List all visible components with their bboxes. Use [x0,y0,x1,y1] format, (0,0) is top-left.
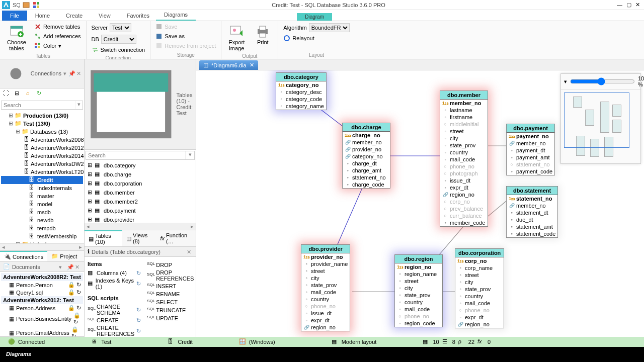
tab-views[interactable]: ◫Views (8) [122,230,156,246]
color-icon[interactable] [32,1,40,9]
sql-script-item[interactable]: SQLTRUNCATE [147,306,194,314]
entity-column[interactable]: ▫payment_amt [507,154,554,161]
entity-column[interactable]: 🔗category_no [343,153,390,160]
maximize-button[interactable]: ▢ [626,2,631,8]
entity-column[interactable]: ▫state_prov [395,292,442,299]
tables-list[interactable]: ⊞▦dbo.category⊞▦dbo.charge⊞▦dbo.corporat… [85,161,196,223]
entity-column[interactable]: ▫street [440,128,488,135]
diagram-canvas[interactable]: ▾ 100 % dbo.category1₂₃category_no▫categ… [196,70,644,340]
table-row[interactable]: ⊞▦dbo.member2 [85,197,196,206]
entity-column[interactable]: ○corp_no [440,198,488,205]
table-row[interactable]: ⊞▦dbo.charge [85,170,196,179]
tab-create[interactable]: Create [58,11,91,21]
entity-column[interactable]: ▫member_code [440,219,488,226]
connections-search-input[interactable] [2,101,75,109]
sql-script-item[interactable]: SQLDROP [147,261,194,269]
pin-icon[interactable]: 📌 [68,70,74,76]
entity-column[interactable]: ▫corp_name [455,264,504,272]
doc-item[interactable]: ▦Query1.sql🔒 ↻ [1,289,83,296]
tree-node[interactable]: 🗄AdventureWorks2008R2 [1,136,83,144]
tree-node[interactable]: 🗄msdb [1,208,83,216]
entity-column[interactable]: 1₂₃provider_no [301,253,350,260]
entity-column[interactable]: ▫due_dt [507,216,557,223]
tab-view[interactable]: View [91,11,119,21]
connections-hscroll[interactable]: ◂▸ [0,243,84,250]
close-icon[interactable]: ✕ [187,249,193,255]
entity-column[interactable]: ▫mail_code [455,300,504,307]
close-tab-icon[interactable]: ✕ [250,62,254,68]
entity-column[interactable]: ▫statement_dt [507,209,557,216]
entity-column[interactable]: 1₂₃member_no [440,100,488,107]
entity-column[interactable]: ▫region_code [395,320,442,327]
sql-script-item[interactable]: SQLUPDATE [147,314,194,322]
tab-diagrams[interactable]: Diagrams [156,10,196,21]
relayout-button[interactable]: Relayout [281,34,351,43]
entity-header[interactable]: dbo.member [440,91,488,100]
entity-column[interactable]: ▫street [455,272,504,279]
db-select[interactable]: Credit [101,35,136,44]
entity-header[interactable]: dbo.charge [343,123,390,132]
table-row[interactable]: ⊞▦dbo.provider [85,215,196,223]
sql-script-item[interactable]: SQLRENAME [147,290,194,298]
entity-column[interactable]: ▫country [440,149,488,156]
entity-header[interactable]: dbo.corporation [455,249,504,257]
entity-column[interactable]: 🔗provider_no [343,146,390,153]
entity-column[interactable]: ▫payment_dt [507,147,554,154]
tree-node[interactable]: 🗄Credit [1,176,83,184]
zoom-slider[interactable] [570,77,635,85]
entity-column[interactable]: ○photograph [440,170,488,177]
connections-tree[interactable]: ⊞📁Production (13/0)⊞📁Test (13/0)⊞📁Databa… [0,111,84,243]
export-image-button[interactable]: Export image [224,22,249,52]
entity-column[interactable]: ▫charge_dt [343,160,390,167]
save-button[interactable]: Save [153,22,218,31]
table-row[interactable]: ⊞▦dbo.member [85,188,196,197]
table-row[interactable]: ⊞▦dbo.category [85,161,196,170]
tree-node[interactable]: 🗄tempdb [1,224,83,232]
minimap-view[interactable] [561,89,640,164]
entity-column[interactable]: ○statement_no [507,161,554,168]
tree-node[interactable]: 🗄AdventureWorks2012 [1,144,83,152]
entity-corporation[interactable]: dbo.corporation1₂₃corp_no▫corp_name▫stre… [455,248,504,328]
entity-column[interactable]: ○phone_no [301,303,350,310]
entity-region[interactable]: dbo.region1₂₃region_no▫region_name▫stree… [394,254,443,327]
entity-column[interactable]: ○phone_no [455,307,504,314]
sql-script-item[interactable]: SQLCREATE REFERENCES↻ [88,324,141,337]
close-icon[interactable]: ✕ [76,70,81,76]
entity-header[interactable]: dbo.statement [507,187,557,195]
details-item[interactable]: ▦Columns (4)↻ [88,269,141,277]
doc-item[interactable]: ▦Person.Person🔒 ↻ [1,281,83,289]
sql-script-item[interactable]: SQLSELECT [147,298,194,306]
tab-connections[interactable]: 🔌Connections [0,251,47,261]
tree-node[interactable]: ⊞📁Databases (13) [1,128,83,136]
entity-header[interactable]: dbo.provider [301,245,350,253]
entity-column[interactable]: ▫statement_amt [507,223,557,230]
entity-column[interactable]: ○phone_no [440,163,488,170]
entity-column[interactable]: 1₂₃category_no [276,81,326,88]
sql-icon[interactable]: SQL [12,1,20,9]
entity-column[interactable]: ▫country [455,293,504,300]
entity-statement[interactable]: dbo.statement1₂₃statement_no🔗member_no▫s… [506,186,558,238]
entity-column[interactable]: ▫statement_code [507,230,557,237]
entity-column[interactable]: ▫mail_code [395,306,442,313]
expand-icon[interactable]: ⛶ [1,89,10,99]
close-icon[interactable]: ✕ [75,264,81,270]
tree-node[interactable]: 🗄AdventureWorksDW2012 [1,160,83,168]
entity-column[interactable]: 🔗member_no [343,139,390,146]
entity-column[interactable]: ▫issue_dt [301,310,350,317]
tab-functions[interactable]: fxFunction (… [156,230,196,246]
entity-column[interactable]: ▫expr_dt [440,184,488,191]
entity-column[interactable]: ▫firstname [440,114,488,121]
entity-column[interactable]: ○middleinitial [440,121,488,128]
tab-favorites[interactable]: Favorites [119,11,157,21]
tab-home[interactable]: Home [27,11,58,21]
entity-column[interactable]: ▫category_desc [276,88,326,96]
server-select[interactable]: Test [110,23,131,32]
entity-column[interactable]: ▫mail_code [440,156,488,163]
doc-item[interactable]: ▦Person.BusinessEntity🔒 ↻ [1,312,83,326]
entity-column[interactable]: ▫city [440,135,488,142]
entity-header[interactable]: dbo.category [276,73,326,81]
dropdown-icon[interactable]: ▾ [63,70,66,76]
entity-column[interactable]: 1₂₃statement_no [507,195,557,202]
entity-column[interactable]: 1₂₃corp_no [455,257,504,264]
entity-column[interactable]: 🔗region_no [440,191,488,198]
